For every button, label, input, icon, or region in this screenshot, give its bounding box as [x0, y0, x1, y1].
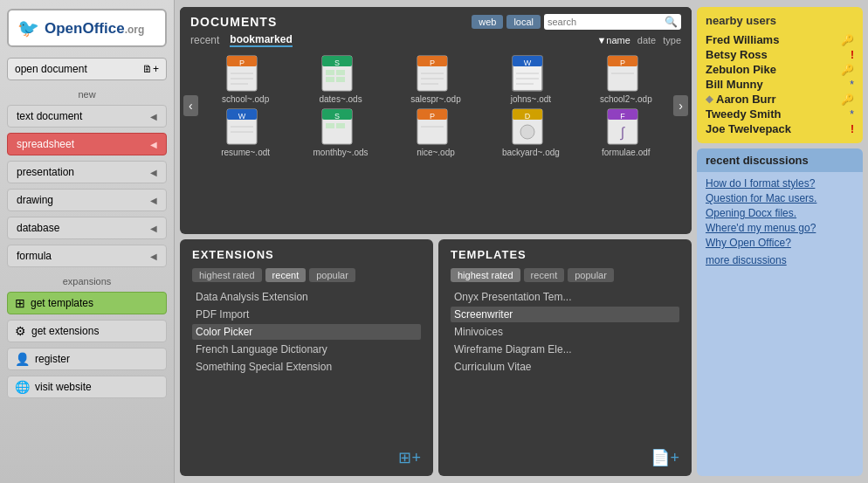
user-item[interactable]: Tweedy Smith *	[706, 107, 854, 121]
doc-item[interactable]: D backyard~.odg	[496, 107, 566, 157]
visit-website-button[interactable]: 🌐 visit website	[7, 376, 167, 398]
templates-add-icon[interactable]: 📄+	[651, 448, 679, 467]
docs-prev-button[interactable]: ‹	[183, 95, 198, 116]
list-item[interactable]: Data Analysis Extension	[192, 289, 421, 305]
list-item[interactable]: Something Special Extension	[192, 359, 421, 375]
discussion-link[interactable]: Opening Docx files.	[706, 207, 854, 219]
documents-header: DOCUMENTS web local 🔍	[180, 7, 692, 30]
sort-type[interactable]: type	[663, 35, 681, 45]
new-section-label: new	[7, 89, 167, 100]
user-name: Zebulon Pike	[706, 63, 776, 76]
svg-text:P: P	[239, 59, 245, 67]
user-item[interactable]: Bill Munny *	[706, 77, 854, 92]
register-icon: 👤	[15, 352, 30, 366]
get-templates-button[interactable]: ⊞ get templates	[7, 292, 167, 314]
get-extensions-button[interactable]: ⚙ get extensions	[7, 320, 167, 342]
new-formula-button[interactable]: formula ◀	[7, 245, 167, 267]
sort-date[interactable]: date	[637, 35, 656, 45]
search-input[interactable]	[548, 17, 661, 27]
extensions-subtabs: highest rated recent popular	[192, 268, 421, 282]
local-tab[interactable]: local	[506, 15, 541, 29]
extensions-add-icon[interactable]: ⊞+	[398, 448, 421, 467]
doc-item[interactable]: P salespr~.odp	[401, 54, 471, 104]
user-name: ◆ Aaron Burr	[706, 93, 776, 106]
doc-name: dates~.ods	[319, 94, 362, 104]
new-drawing-button[interactable]: drawing ◀	[7, 189, 167, 211]
search-input-wrap: 🔍	[544, 14, 681, 30]
discussion-link[interactable]: How do I format styles?	[706, 177, 854, 190]
open-document-button[interactable]: open document 🗎+	[7, 58, 167, 80]
register-button[interactable]: 👤 register	[7, 348, 167, 370]
list-item[interactable]: Wireframe Diagram Ele...	[451, 342, 679, 357]
doc-item[interactable]: P nice~.odp	[401, 107, 471, 157]
ext-highest-rated-tab[interactable]: highest rated	[192, 268, 262, 282]
extensions-panel: EXTENSIONS highest rated recent popular …	[180, 239, 433, 476]
svg-text:D: D	[525, 112, 531, 121]
doc-name: backyard~.odg	[502, 148, 560, 157]
extensions-icon: ⚙	[15, 324, 26, 338]
doc-item[interactable]: F∫ formulae.odf	[591, 107, 661, 157]
user-name: Joe Twelvepack	[706, 122, 791, 135]
user-badge: *	[850, 79, 854, 91]
main-content: DOCUMENTS web local 🔍 recent bookmarked …	[175, 0, 697, 483]
doc-item[interactable]: S monthby~.ods	[306, 107, 375, 157]
web-tab[interactable]: web	[472, 15, 503, 29]
search-icon[interactable]: 🔍	[665, 16, 678, 28]
doc-name: johns~.odt	[511, 94, 551, 104]
discussion-link[interactable]: Where'd my menus go?	[706, 222, 854, 234]
extensions-footer: ⊞+	[192, 448, 421, 467]
new-presentation-button[interactable]: presentation ◀	[7, 161, 167, 183]
sort-name[interactable]: ▼name	[596, 35, 630, 45]
ext-recent-tab[interactable]: recent	[265, 268, 307, 282]
tmpl-recent-tab[interactable]: recent	[524, 268, 565, 282]
extensions-list: Data Analysis Extension PDF Import Color…	[192, 289, 421, 441]
list-item[interactable]: Onyx Presentation Tem...	[451, 289, 679, 305]
user-item[interactable]: Zebulon Pike 🔑	[706, 62, 854, 77]
svg-rect-10	[336, 70, 345, 75]
bookmarked-tab[interactable]: bookmarked	[230, 33, 292, 47]
expansions-label: expansions	[7, 276, 167, 286]
user-badge: !	[851, 49, 854, 61]
user-item[interactable]: Fred Williams 🔑	[706, 32, 854, 47]
doc-name: school~.odp	[222, 94, 269, 104]
doc-name: school2~.odp	[600, 94, 652, 104]
new-text-document-button[interactable]: text document ◀	[7, 105, 167, 128]
discussion-link[interactable]: Why Open Office?	[706, 237, 854, 249]
svg-rect-12	[336, 77, 345, 82]
list-item[interactable]: Screenwriter	[451, 307, 679, 322]
recent-tab[interactable]: recent	[190, 34, 219, 46]
templates-list: Onyx Presentation Tem... Screenwriter Mi…	[451, 289, 679, 441]
doc-item[interactable]: W resume~.odt	[210, 107, 280, 157]
user-item[interactable]: Betsy Ross !	[706, 47, 854, 62]
website-icon: 🌐	[15, 380, 30, 394]
more-discussions-link[interactable]: more discussions	[706, 254, 854, 266]
doc-name: salespr~.odp	[410, 94, 461, 104]
recent-discussions-panel: recent discussions How do I format style…	[697, 148, 863, 476]
arrow-icon: ◀	[150, 224, 157, 233]
user-item[interactable]: ◆ Aaron Burr 🔑	[706, 92, 854, 107]
documents-tabs: recent bookmarked ▼name date type	[180, 30, 692, 51]
list-item[interactable]: Color Picker	[192, 324, 421, 340]
list-item[interactable]: Minivoices	[451, 324, 679, 340]
svg-text:W: W	[238, 112, 246, 121]
doc-item[interactable]: P school~.odp	[210, 54, 280, 104]
doc-item[interactable]: S dates~.ods	[306, 54, 375, 104]
doc-item[interactable]: W johns~.odt	[496, 54, 566, 104]
new-spreadsheet-button[interactable]: spreadsheet ◀	[7, 133, 167, 155]
user-item[interactable]: Joe Twelvepack !	[706, 121, 854, 136]
user-name: Bill Munny	[706, 78, 763, 91]
doc-item[interactable]: P school2~.odp	[591, 54, 661, 104]
ext-popular-tab[interactable]: popular	[309, 268, 355, 282]
docs-next-button[interactable]: ›	[673, 95, 688, 116]
list-item[interactable]: PDF Import	[192, 307, 421, 322]
list-item[interactable]: French Language Dictionary	[192, 342, 421, 357]
tmpl-popular-tab[interactable]: popular	[568, 268, 614, 282]
user-badge: !	[851, 123, 854, 135]
list-item[interactable]: Curriculum Vitae	[451, 359, 679, 375]
discussion-link[interactable]: Question for Mac users.	[706, 192, 854, 204]
nearby-users-title: nearby users	[706, 14, 854, 27]
tmpl-highest-rated-tab[interactable]: highest rated	[451, 268, 520, 282]
new-database-button[interactable]: database ◀	[7, 217, 167, 239]
templates-footer: 📄+	[451, 448, 679, 467]
arrow-icon: ◀	[150, 140, 157, 149]
